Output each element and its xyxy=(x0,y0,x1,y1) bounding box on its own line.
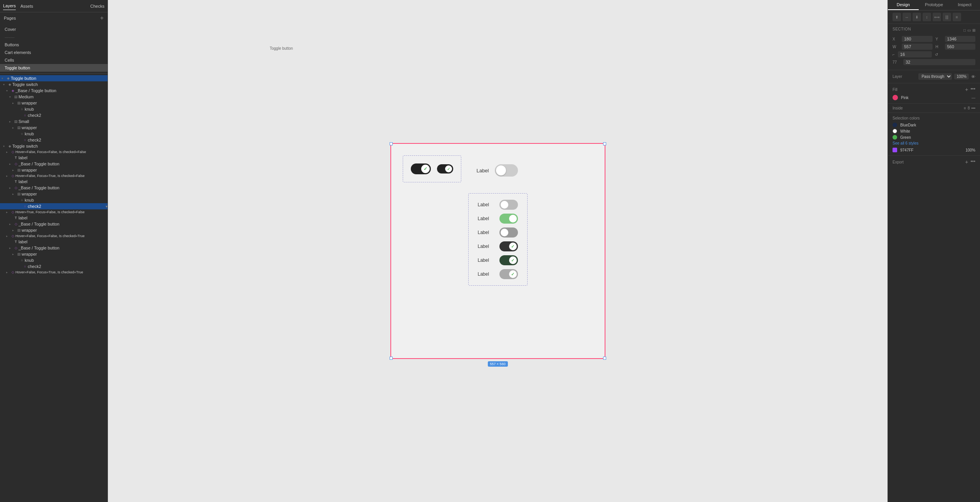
minus-icon[interactable]: — xyxy=(972,96,975,100)
tree-item-check2-1[interactable]: ○ check2 xyxy=(0,112,108,118)
white-swatch xyxy=(893,129,897,133)
tab-prototype[interactable]: Prototype xyxy=(919,0,950,10)
tree-item-wrapper-2[interactable]: ▸ ▤ wrapper xyxy=(0,125,108,131)
hex-value[interactable]: 9747FF xyxy=(900,148,962,152)
toggle-sw-4[interactable]: ✓ xyxy=(499,241,518,251)
tab-design[interactable]: Design xyxy=(888,0,919,10)
tab-checks[interactable]: Checks xyxy=(90,4,104,8)
tree-item-knub-4[interactable]: ○ knub xyxy=(0,257,108,263)
hex-swatch[interactable] xyxy=(893,148,897,152)
export-menu-btn[interactable]: ••• xyxy=(970,159,975,165)
color-item-green[interactable]: Green xyxy=(893,135,975,140)
tree-item-base-toggle[interactable]: ▾ ◈ _Base / Toggle button xyxy=(0,88,108,94)
tree-item-wrapper-5[interactable]: ▸ ▤ wrapper xyxy=(0,227,108,233)
tree-item-label-2[interactable]: T label xyxy=(0,179,108,185)
export-add-btn[interactable]: + xyxy=(965,159,968,165)
bluedark-swatch xyxy=(893,123,897,127)
page-toggle-button[interactable]: Toggle button xyxy=(0,64,108,72)
tree-item-knub-1[interactable]: ○ knub xyxy=(0,106,108,112)
fill-menu-btn[interactable]: ••• xyxy=(970,86,975,93)
tab-assets[interactable]: Assets xyxy=(20,2,33,10)
add-page-button[interactable]: + xyxy=(100,15,104,22)
tree-item-wrapper-1[interactable]: ▸ ▤ wrapper xyxy=(0,100,108,106)
tree-item-variant-3[interactable]: ▸ ◇ Hover=True, Focus=False, Is checked=… xyxy=(0,209,108,215)
tree-item-wrapper-3[interactable]: ▸ ▤ wrapper xyxy=(0,167,108,173)
handle-bl[interactable] xyxy=(390,357,393,360)
tree-item-toggle-button[interactable]: ▾ ◈ Toggle button xyxy=(0,75,108,81)
tree-item-check2-2[interactable]: ○ check2 xyxy=(0,137,108,143)
tree-item-label-4[interactable]: T label xyxy=(0,239,108,245)
toggle-sw-6[interactable]: ✓ xyxy=(499,269,518,279)
tree-item-variant-2[interactable]: ▸ ◇ Hover=False, Focus=True, Is checked=… xyxy=(0,173,108,179)
toggle-knob-large: ✓ xyxy=(421,165,430,173)
tree-item-wrapper-4[interactable]: ▸ ▤ wrapper xyxy=(0,191,108,197)
tree-item-base-toggle-3[interactable]: ▸ ◇ _Base / Toggle button xyxy=(0,185,108,191)
tree-item-small[interactable]: ▸ ▤ Small xyxy=(0,118,108,125)
tree-item-base-toggle-5[interactable]: ▸ ◇ _Base / Toggle button xyxy=(0,245,108,251)
toggle-large-off[interactable] xyxy=(495,164,518,177)
fill-add-btn[interactable]: + xyxy=(965,86,968,93)
expand-icon: ▸ xyxy=(6,271,10,274)
tree-item-knub-3[interactable]: ○ knub xyxy=(0,197,108,203)
page-cart-elements[interactable]: Cart elements xyxy=(0,49,108,56)
toggle-sw-2[interactable] xyxy=(499,214,518,224)
tree-item-variant-5[interactable]: ▸ ◇ Hover=False, Focus=True, Is checked=… xyxy=(0,270,108,275)
page-cells[interactable]: Cells xyxy=(0,56,108,64)
inside-menu-btn[interactable]: ••• xyxy=(971,106,975,110)
blend-mode-select[interactable]: Pass through Normal Multiply xyxy=(918,73,952,80)
layer-row: Layer Pass through Normal Multiply 100% … xyxy=(888,70,980,83)
ellipse-icon: ○ xyxy=(22,138,28,142)
tree-label: wrapper xyxy=(22,168,37,172)
fill-item-pink[interactable]: Pink — xyxy=(893,95,975,100)
hex-opacity[interactable]: 100% xyxy=(965,148,975,152)
tree-item-variant-4[interactable]: ▸ ◇ Hover=False, Focus=False, Is checked… xyxy=(0,233,108,239)
pink-color-name: Pink xyxy=(901,96,968,100)
align-right-btn[interactable]: ⬇ xyxy=(913,13,921,21)
tree-item-check2-selected[interactable]: ○ check2 ▾ xyxy=(0,203,108,209)
handle-br[interactable] xyxy=(603,357,606,360)
y-value[interactable]: 1346 xyxy=(945,36,976,42)
distribute-h-btn[interactable]: ||| xyxy=(943,13,951,21)
h-value[interactable]: 560 xyxy=(945,44,976,50)
tree-item-toggle-switch-2[interactable]: ▾ ◈ Toggle switch xyxy=(0,143,108,149)
handle-tr[interactable] xyxy=(603,142,606,145)
tree-item-medium[interactable]: ▾ ▤ Medium xyxy=(0,94,108,100)
val2-value[interactable]: 32 xyxy=(903,59,975,65)
align-top-btn[interactable]: ↕ xyxy=(923,13,931,21)
color-item-white[interactable]: White xyxy=(893,129,975,133)
tree-item-variant-1[interactable]: ▸ ◇ Hover=False, Focus=False, Is checked… xyxy=(0,149,108,155)
canvas-section[interactable]: ✓ ✓ Label Label xyxy=(390,143,605,359)
w-value[interactable]: 557 xyxy=(902,44,933,50)
x-value[interactable]: 180 xyxy=(902,36,933,42)
tree-item-toggle-switch-1[interactable]: ▾ ◈ Toggle switch xyxy=(0,81,108,88)
toggle-button-small[interactable]: ✓ xyxy=(437,164,453,174)
distribute-v-btn[interactable]: ≡ xyxy=(953,13,961,21)
handle-tl[interactable] xyxy=(390,142,393,145)
color-item-bluedark[interactable]: BlueDark xyxy=(893,123,975,127)
tree-item-base-toggle-4[interactable]: ▸ ◇ _Base / Toggle button xyxy=(0,221,108,227)
page-buttons[interactable]: Buttons xyxy=(0,41,108,49)
rotate-value[interactable] xyxy=(941,54,975,55)
tab-layers[interactable]: Layers xyxy=(3,2,16,10)
toggle-button-large[interactable]: ✓ xyxy=(411,163,431,174)
opacity-value[interactable]: 100% xyxy=(954,74,969,79)
corner-value[interactable]: 16 xyxy=(898,51,932,57)
align-center-h-btn[interactable]: ↔ xyxy=(903,13,911,21)
align-left-btn[interactable]: ⬆ xyxy=(893,13,901,21)
tree-item-label-3[interactable]: T label xyxy=(0,215,108,221)
tree-item-check2-3[interactable]: ○ check2 xyxy=(0,263,108,270)
eye-icon[interactable]: 👁 xyxy=(971,74,975,79)
toggle-sw-5[interactable]: ✓ xyxy=(499,255,518,265)
inside-value: 8 xyxy=(968,106,970,110)
tree-item-wrapper-6[interactable]: ▸ ▤ wrapper xyxy=(0,251,108,257)
tree-item-knub-2[interactable]: ○ knub xyxy=(0,131,108,137)
inside-controls: ≡ 8 ••• xyxy=(964,106,975,110)
tab-inspect[interactable]: Inspect xyxy=(949,0,980,10)
see-all-styles-link[interactable]: See all 6 styles xyxy=(893,141,975,145)
align-center-v-btn[interactable]: ⟺ xyxy=(933,13,941,21)
toggle-sw-3[interactable] xyxy=(499,227,518,238)
toggle-sw-1[interactable] xyxy=(499,200,518,210)
page-cover[interactable]: Cover xyxy=(0,25,108,33)
tree-item-label-1[interactable]: T label xyxy=(0,155,108,161)
tree-item-base-toggle-2[interactable]: ▸ ◇ _Base / Toggle button xyxy=(0,161,108,167)
